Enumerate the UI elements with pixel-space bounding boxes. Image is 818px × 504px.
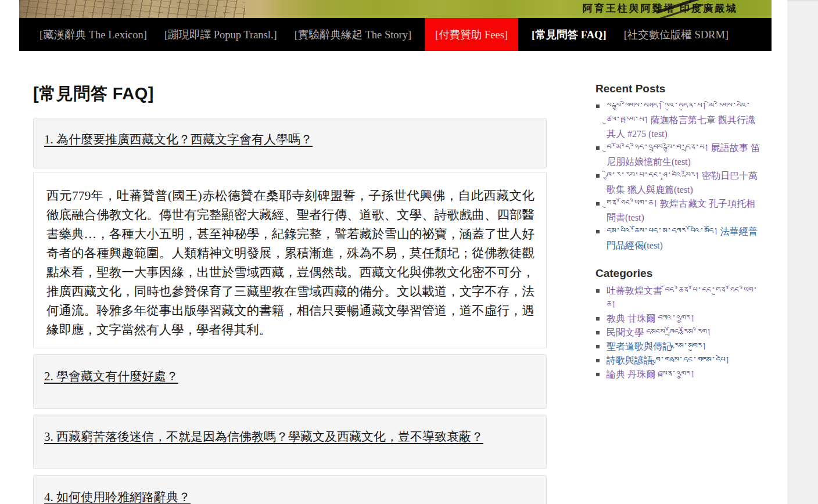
faq-question-3-link[interactable]: 3. 西藏窮苦落後迷信，不就是因為信佛教嗎？學藏文及西藏文化，豈不導致衰蔽？ (44, 430, 483, 444)
faq-answer-1-text: 西元779年，吐蕃贊普(國王)赤松德贊在桑耶寺刻碑盟誓，子孫世代興佛，自此西藏文… (46, 186, 534, 340)
category-item: 教典 甘珠爾 བཀའ་འགྱུར། (595, 312, 762, 326)
main-column: [常見問答 FAQ] 1. 為什麼要推廣西藏文化？西藏文字會有人學嗎？ 西元77… (33, 82, 547, 504)
category-item: 詩歌與諺語 གླུ་གཞས་དང་གཏམ་དཔེ། (595, 354, 762, 368)
recent-post-link-4[interactable]: ཏུན་ཧོང་ཡིག་ཆ། 敦煌古藏文 孔子項托相問書(test) (607, 199, 755, 222)
recent-post-link-1[interactable]: ས་སྐྱ་ལེགས་བཤད། ལེའུ་བདུན་པ། མི་རིགས་པའི… (607, 101, 755, 139)
nav-item-fees[interactable]: [付費贊助 Fees] (425, 18, 518, 51)
faq-item-4-question-box: 4. 如何使用聆雅網路辭典？ (33, 475, 547, 504)
category-link-5[interactable]: 詩歌與諺語 གླུ་གཞས་དང་གཏམ་དཔེ། (607, 355, 730, 365)
nav-item-sdrm[interactable]: [社交數位版權 SDRM] (615, 18, 737, 51)
recent-post-link-3[interactable]: ཁྱི་ར་རས་པ་དང་ཤྭ་བའི་སྐོར། 密勒日巴十萬歌集 獵人與鹿… (607, 171, 758, 195)
recent-post-link-2[interactable]: བུ་མོ་དེ་ཉིད་འབྲས་སྐྱེ་བ་དྲན་པ། 屍語故事 笛尼朋… (607, 143, 760, 167)
page-title: [常見問答 FAQ] (33, 82, 547, 106)
recent-post-item: ཁྱི་ར་རས་པ་དང་ཤྭ་བའི་སྐོར། 密勒日巴十萬歌集 獵人與鹿… (595, 169, 762, 197)
main-navigation: [藏漢辭典 The Lexicon] [蹦現即譯 Popup Transl.] … (19, 18, 772, 51)
banner-caption: 阿育王柱與阿難塔 印度廣嚴城 (583, 2, 738, 15)
category-item: 聖者道歌與傳記 རྣམ་མགུར། (595, 340, 762, 354)
nav-item-popup-transl[interactable]: [蹦現即譯 Popup Transl.] (156, 18, 286, 51)
recent-posts-title: Recent Posts (595, 82, 762, 95)
recent-post-item: དམ་པའི་ཆོས་པད་མ་དཀར་པོའི་མདོ། 法華經普門品經偈(t… (595, 225, 762, 253)
category-item: 論典 丹珠爾 བསྟན་འགྱུར། (595, 368, 762, 381)
category-link-3[interactable]: 民間文學 དམངས་ཁྲོད་རྩོམ་རིག། (607, 327, 711, 337)
recent-post-item: ཏུན་ཧོང་ཡིག་ཆ། 敦煌古藏文 孔子項托相問書(test) (595, 197, 762, 225)
faq-question-4-link[interactable]: 4. 如何使用聆雅網路辭典？ (44, 490, 191, 504)
faq-question-1-link[interactable]: 1. 為什麼要推廣西藏文化？西藏文字會有人學嗎？ (44, 132, 313, 146)
nav-item-story[interactable]: [實驗辭典緣起 The Story] (286, 18, 420, 51)
recent-posts-widget: Recent Posts ས་སྐྱ་ལེགས་བཤད། ལེའུ་བདུན་པ… (595, 82, 762, 253)
category-link-1[interactable]: 吐蕃敦煌文書 བོད་ཆེན་པོ་དང་ཏུན་ཧོང་ཡིག་ཆ། (607, 286, 758, 309)
category-link-4[interactable]: 聖者道歌與傳記 རྣམ་མགུར། (607, 341, 706, 351)
category-item: 吐蕃敦煌文書 བོད་ཆེན་པོ་དང་ཏུན་ཧོང་ཡིག་ཆ། (595, 284, 762, 312)
faq-question-2-link[interactable]: 2. 學會藏文有什麼好處？ (44, 369, 178, 383)
nav-item-faq-current[interactable]: [常見問答 FAQ] (523, 18, 615, 51)
faq-item-2-question-box: 2. 學會藏文有什麼好處？ (33, 354, 547, 409)
category-link-2[interactable]: 教典 甘珠爾 བཀའ་འགྱུར། (607, 314, 695, 323)
sidebar: Recent Posts ས་སྐྱ་ལེགས་བཤད། ལེའུ་བདུན་པ… (595, 82, 762, 504)
categories-list: 吐蕃敦煌文書 བོད་ཆེན་པོ་དང་ཏུན་ཧོང་ཡིག་ཆ། 教典 甘… (595, 284, 762, 381)
recent-post-item: བུ་མོ་དེ་ཉིད་འབྲས་སྐྱེ་བ་དྲན་པ། 屍語故事 笛尼朋… (595, 141, 762, 169)
faq-item-3-question-box: 3. 西藏窮苦落後迷信，不就是因為信佛教嗎？學藏文及西藏文化，豈不導致衰蔽？ (33, 415, 547, 469)
faq-item-1-question-box: 1. 為什麼要推廣西藏文化？西藏文字會有人學嗎？ (33, 118, 547, 168)
recent-post-item: ས་སྐྱ་ལེགས་བཤད། ལེའུ་བདུན་པ། མི་རིགས་པའི… (595, 99, 762, 141)
category-link-6[interactable]: 論典 丹珠爾 བསྟན་འགྱུར། (607, 369, 695, 379)
recent-posts-list: ས་སྐྱ་ལེགས་བཤད། ལེའུ་བདུན་པ། མི་རིགས་པའི… (595, 99, 762, 253)
category-item: 民間文學 དམངས་ཁྲོད་རྩོམ་རིག། (595, 326, 762, 340)
faq-item-1-answer-box: 西元779年，吐蕃贊普(國王)赤松德贊在桑耶寺刻碑盟誓，子孫世代興佛，自此西藏文… (33, 172, 547, 348)
page: 阿育王柱與阿難塔 印度廣嚴城 [藏漢辭典 The Lexicon] [蹦現即譯 … (19, 0, 772, 504)
categories-title: Categories (595, 267, 762, 280)
header-banner-image[interactable]: 阿育王柱與阿難塔 印度廣嚴城 (19, 0, 772, 18)
browser-background (787, 0, 818, 504)
nav-item-lexicon[interactable]: [藏漢辭典 The Lexicon] (31, 18, 156, 51)
recent-post-link-5[interactable]: དམ་པའི་ཆོས་པད་མ་དཀར་པོའི་མདོ། 法華經普門品經偈(t… (607, 226, 758, 250)
categories-widget: Categories 吐蕃敦煌文書 བོད་ཆེན་པོ་དང་ཏུན་ཧོང་… (595, 267, 762, 381)
